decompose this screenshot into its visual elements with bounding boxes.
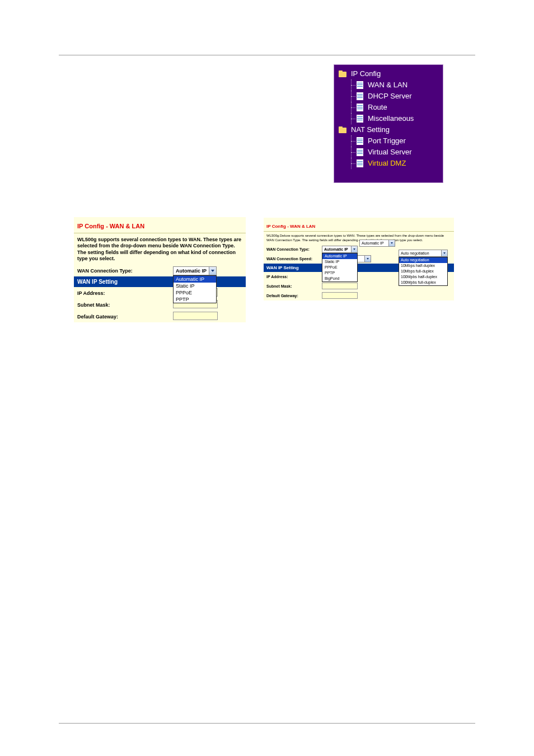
- panel-description: WL500g supports several connection types…: [74, 233, 246, 265]
- label-conn-type: WAN Connection Type:: [264, 246, 320, 253]
- nav-item-route[interactable]: Route: [336, 102, 441, 113]
- wan-connection-type-select[interactable]: Automatic IP: [173, 266, 217, 275]
- label-ip-address: IP Address:: [264, 273, 320, 280]
- label-conn-speed: WAN Connection Speed:: [264, 255, 320, 262]
- label-default-gateway: Default Gateway:: [264, 292, 320, 299]
- dropdown-option[interactable]: PPTP: [174, 296, 216, 303]
- label-ip-address: IP Address:: [74, 288, 171, 298]
- label-subnet-mask: Subnet Mask:: [74, 300, 171, 310]
- folder-icon: [339, 126, 346, 133]
- dropdown-option[interactable]: Auto negotiation: [399, 257, 447, 263]
- dropdown-option[interactable]: 10Mbps full-duplex: [399, 269, 447, 274]
- file-icon: [357, 104, 363, 111]
- nav-item-ip-config[interactable]: IP Config: [336, 68, 441, 79]
- default-gateway-input[interactable]: [173, 312, 218, 320]
- nav-sidebar: IP Config WAN & LAN DHCP Server Route Mi…: [334, 64, 443, 183]
- nav-item-port-trigger[interactable]: Port Trigger: [336, 135, 441, 147]
- chevron-down-icon[interactable]: [364, 256, 371, 262]
- file-icon: [357, 92, 363, 100]
- nav-label: Miscellaneous: [367, 113, 414, 124]
- panel-header: IP Config - WAN & LAN: [264, 218, 454, 232]
- dropdown-option[interactable]: BigPond: [322, 276, 357, 281]
- dropdown-option[interactable]: 100Mpbs full-duplex: [399, 280, 447, 285]
- ip-config-panel-left: IP Config - WAN & LAN WL500g supports se…: [74, 217, 246, 322]
- nav-label: WAN & LAN: [367, 79, 407, 91]
- dropdown-option[interactable]: Automatic IP: [322, 253, 357, 259]
- dropdown-option[interactable]: Static IP: [322, 259, 357, 265]
- select-value: Auto negotiation: [399, 251, 441, 255]
- dropdown-option[interactable]: Static IP: [174, 283, 216, 289]
- file-icon: [357, 159, 363, 167]
- dropdown-option[interactable]: 10Mbps half-duplex: [399, 263, 447, 269]
- label-subnet-mask: Subnet Mask:: [264, 283, 320, 290]
- dropdown-option[interactable]: PPPoE: [322, 265, 357, 270]
- wan-connection-type-dropdown[interactable]: Automatic IP Static IP PPPoE PPTP: [173, 275, 217, 303]
- dropdown-option[interactable]: Automatic IP: [174, 276, 216, 283]
- select-value: Automatic IP: [360, 241, 388, 245]
- nav-label: DHCP Server: [367, 91, 412, 102]
- nav-label: Port Trigger: [367, 135, 406, 147]
- folder-icon: [339, 71, 346, 77]
- nav-label: Route: [367, 102, 387, 113]
- label-default-gateway: Default Gateway:: [74, 312, 171, 322]
- chevron-down-icon[interactable]: [351, 246, 357, 252]
- nav-item-misc[interactable]: Miscellaneous: [336, 113, 441, 124]
- label-conn-type: WAN Connection Type:: [74, 266, 171, 276]
- select-value: Automatic IP: [322, 247, 351, 251]
- nav-label: NAT Setting: [350, 124, 390, 135]
- nav-item-nat-setting[interactable]: NAT Setting: [336, 124, 441, 135]
- subnet-mask-input[interactable]: [322, 283, 358, 289]
- chevron-down-icon[interactable]: [441, 250, 447, 256]
- panel-title: IP Config - WAN & LAN: [77, 223, 144, 229]
- nav-item-virtual-server[interactable]: Virtual Server: [336, 147, 441, 158]
- nav-item-dhcp-server[interactable]: DHCP Server: [336, 91, 441, 102]
- wan-connection-speed-dropdown[interactable]: Auto negotiation 10Mbps half-duplex 10Mb…: [399, 257, 448, 286]
- dropdown-option[interactable]: PPPoE: [174, 289, 216, 296]
- nav-item-wan-lan[interactable]: WAN & LAN: [336, 79, 441, 91]
- select-value: Automatic IP: [174, 268, 209, 274]
- nav-label: IP Config: [350, 68, 381, 79]
- dropdown-option[interactable]: 100Mpbs half-duplex: [399, 274, 447, 280]
- chevron-down-icon[interactable]: [209, 267, 216, 275]
- panel-description: WL500g.Deluxe supports several connectio…: [264, 232, 454, 245]
- file-icon: [357, 148, 363, 156]
- panel-header: IP Config - WAN & LAN: [74, 217, 246, 233]
- file-icon: [357, 115, 363, 123]
- wan-connection-type-select[interactable]: Automatic IP: [322, 246, 358, 253]
- nav-label: Virtual Server: [367, 147, 412, 158]
- wan-ip-setting-banner: WAN IP Setting: [74, 276, 246, 287]
- file-icon: [357, 81, 363, 89]
- default-gateway-input[interactable]: [322, 292, 358, 299]
- nav-label: Virtual DMZ: [367, 158, 406, 169]
- wan-connection-type-select-popout[interactable]: Automatic IP: [359, 240, 395, 247]
- nav-item-virtual-dmz[interactable]: Virtual DMZ: [336, 158, 441, 169]
- dropdown-option[interactable]: PPTP: [322, 270, 357, 276]
- panel-title: IP Config - WAN & LAN: [266, 224, 315, 229]
- wan-connection-speed-select-popout[interactable]: Auto negotiation: [399, 250, 448, 257]
- wan-connection-type-dropdown[interactable]: Automatic IP Static IP PPPoE PPTP BigPon…: [322, 253, 358, 282]
- chevron-down-icon[interactable]: [388, 240, 395, 246]
- file-icon: [357, 137, 363, 145]
